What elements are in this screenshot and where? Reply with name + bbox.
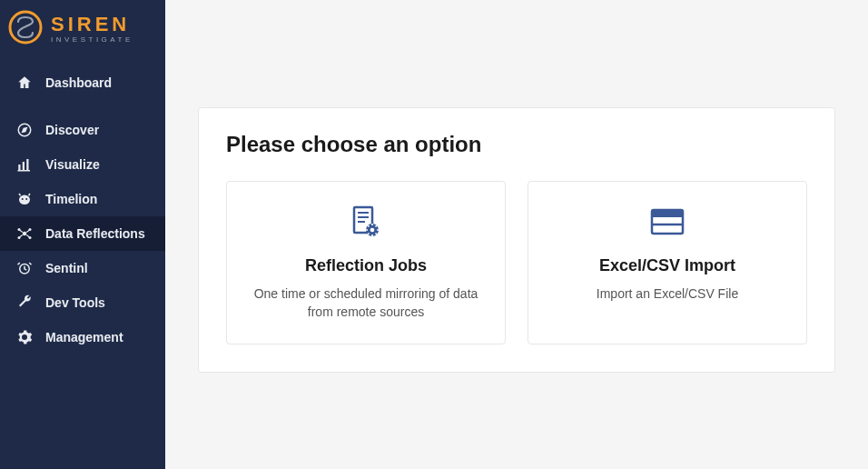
sidebar: SIREN INVESTIGATE Dashboard Discover Vis… — [0, 0, 165, 469]
svg-rect-4 — [26, 159, 28, 170]
nav-section-secondary: Discover Visualize Timelion Data Reflect… — [0, 113, 165, 354]
svg-rect-30 — [652, 210, 683, 217]
svg-rect-5 — [18, 170, 31, 172]
brand-title: SIREN — [51, 15, 133, 35]
svg-line-26 — [376, 234, 377, 234]
table-icon — [649, 204, 686, 240]
wrench-icon — [16, 294, 33, 311]
main-content: Please choose an option — [165, 0, 868, 469]
svg-rect-2 — [18, 165, 20, 170]
sidebar-item-label: Data Reflections — [45, 226, 145, 241]
sidebar-item-dev-tools[interactable]: Dev Tools — [0, 285, 165, 320]
sidebar-item-label: Visualize — [45, 157, 100, 172]
sidebar-item-label: Management — [45, 330, 123, 344]
card-title: Excel/CSV Import — [599, 256, 735, 275]
compass-icon — [16, 122, 33, 138]
option-cards: Reflection Jobs One time or scheduled mi… — [226, 181, 807, 344]
sidebar-item-label: Sentinl — [45, 261, 88, 275]
home-icon — [16, 75, 33, 91]
sidebar-item-label: Timelion — [45, 192, 97, 206]
gear-icon — [16, 329, 33, 345]
sidebar-item-timelion[interactable]: Timelion — [0, 182, 165, 216]
sidebar-item-label: Discover — [45, 123, 99, 137]
document-gear-icon — [348, 204, 384, 240]
alarm-icon — [16, 260, 33, 276]
card-title: Reflection Jobs — [305, 256, 427, 275]
sidebar-item-visualize[interactable]: Visualize — [0, 147, 165, 182]
svg-line-28 — [376, 225, 377, 226]
bar-chart-icon — [16, 156, 33, 173]
svg-point-20 — [370, 228, 375, 233]
svg-rect-3 — [23, 162, 25, 170]
card-description: One time or scheduled mirroring of data … — [243, 284, 488, 322]
brand-subtitle: INVESTIGATE — [51, 36, 133, 44]
svg-point-7 — [22, 198, 24, 200]
nav-section-primary: Dashboard — [0, 65, 165, 100]
svg-line-27 — [368, 234, 369, 234]
svg-line-25 — [368, 225, 369, 226]
sidebar-item-data-reflections[interactable]: Data Reflections — [0, 216, 165, 251]
card-description: Import an Excel/CSV File — [597, 284, 738, 303]
card-excel-csv-import[interactable]: Excel/CSV Import Import an Excel/CSV Fil… — [528, 181, 807, 344]
option-panel: Please choose an option — [198, 107, 835, 373]
sidebar-item-label: Dashboard — [45, 75, 112, 90]
sidebar-item-sentinl[interactable]: Sentinl — [0, 251, 165, 285]
sidebar-item-dashboard[interactable]: Dashboard — [0, 65, 165, 100]
brand-text: SIREN INVESTIGATE — [51, 15, 133, 44]
reflections-icon — [16, 225, 33, 242]
page-title: Please choose an option — [226, 132, 807, 157]
sidebar-item-label: Dev Tools — [45, 295, 105, 310]
svg-point-9 — [23, 232, 27, 236]
svg-point-8 — [25, 198, 27, 200]
sidebar-item-management[interactable]: Management — [0, 320, 165, 354]
timelion-icon — [16, 191, 33, 207]
siren-logo-icon — [7, 9, 44, 49]
svg-point-6 — [19, 195, 30, 205]
brand-logo[interactable]: SIREN INVESTIGATE — [0, 0, 165, 62]
card-reflection-jobs[interactable]: Reflection Jobs One time or scheduled mi… — [226, 181, 506, 344]
sidebar-item-discover[interactable]: Discover — [0, 113, 165, 147]
